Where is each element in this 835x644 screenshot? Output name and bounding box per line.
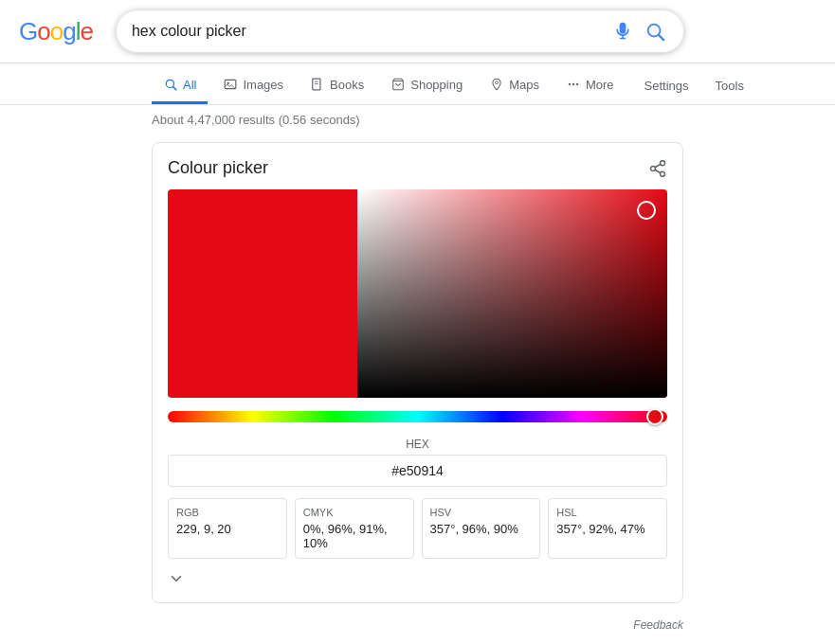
hex-input[interactable]: #e50914 [168,455,667,487]
nav-item-books[interactable]: Books [299,67,375,104]
hsv-value: 357°, 96%, 90% [430,522,533,536]
nav-item-more[interactable]: More [554,67,626,104]
color-values: RGB 229, 9, 20 CMYK 0%, 96%, 91%, 10% HS… [168,498,667,559]
google-logo[interactable]: Google [19,17,93,46]
picker-handle[interactable] [637,201,656,220]
nav-tools[interactable]: Tools [704,69,755,102]
gradient-area[interactable] [357,189,667,398]
nav-images-label: Images [243,78,283,92]
rgb-label: RGB [176,507,279,518]
svg-point-12 [576,83,578,85]
logo-letter-g: g [63,17,75,46]
nav-more-label: More [586,78,614,92]
hex-section: HEX #e50914 [168,438,667,487]
svg-line-1 [659,35,663,40]
nav-settings[interactable]: Settings [633,69,700,102]
hex-label: HEX [168,438,667,451]
colour-picker-widget: Colour picker HEX #e50914 [152,142,683,603]
gradient-bg [357,189,667,398]
search-input[interactable]: hex colour picker [132,23,613,40]
nav-maps-label: Maps [509,78,539,92]
nav-bar: All Images Books [0,63,835,105]
cmyk-label: CMYK [303,507,406,518]
svg-rect-6 [313,79,320,90]
microphone-icon[interactable] [613,22,632,41]
header: Google hex colour picker [0,0,835,63]
solid-color-block [168,189,357,398]
cmyk-value-box[interactable]: CMYK 0%, 96%, 91%, 10% [295,498,414,559]
logo-letter-G: G [19,17,37,46]
hsl-value: 357°, 92%, 47% [556,522,659,536]
svg-point-14 [651,166,656,170]
logo-letter-o1: o [37,17,49,46]
logo-letter-e: e [80,17,92,46]
nav-books-label: Books [330,78,364,92]
feedback-area: Feedback [0,611,835,639]
svg-line-3 [173,87,176,90]
svg-line-16 [655,170,661,172]
more-nav-icon [566,77,581,92]
hue-thumb[interactable] [646,408,663,425]
cmyk-value: 0%, 96%, 91%, 10% [303,522,406,550]
nav-shopping-label: Shopping [410,78,463,92]
search-icons [613,18,668,45]
nav-item-all[interactable]: All [152,67,208,104]
widget-title: Colour picker [168,158,268,178]
search-bar: hex colour picker [116,9,684,53]
maps-nav-icon [489,77,504,92]
search-button[interactable] [642,18,668,45]
images-nav-icon [223,77,238,92]
svg-point-13 [661,160,665,165]
svg-line-17 [655,164,661,167]
logo-letter-o2: o [50,17,63,46]
shopping-nav-icon [390,77,406,92]
svg-point-11 [572,83,574,85]
hsv-label: HSV [430,507,533,518]
hsl-label: HSL [556,507,659,518]
nav-item-images[interactable]: Images [211,67,295,104]
rgb-value: 229, 9, 20 [176,522,279,536]
widget-header: Colour picker [168,158,667,178]
feedback-link[interactable]: Feedback [633,618,683,632]
hsl-value-box[interactable]: HSL 357°, 92%, 47% [548,498,667,559]
books-nav-icon [310,77,325,92]
svg-point-10 [569,83,571,85]
nav-all-label: All [183,78,196,92]
svg-point-9 [496,81,499,84]
expand-button[interactable] [168,570,667,587]
search-nav-icon [163,77,178,92]
rgb-value-box[interactable]: RGB 229, 9, 20 [168,498,287,559]
hue-slider[interactable] [168,411,667,422]
nav-item-shopping[interactable]: Shopping [379,67,474,104]
results-count: About 4,47,000 results (0.56 seconds) [0,105,835,134]
share-icon[interactable] [648,159,667,178]
hue-slider-container[interactable] [168,409,667,424]
svg-point-15 [661,171,665,176]
hsv-value-box[interactable]: HSV 357°, 96%, 90% [422,498,541,559]
nav-item-maps[interactable]: Maps [478,67,551,104]
color-picker-area[interactable] [168,189,667,398]
